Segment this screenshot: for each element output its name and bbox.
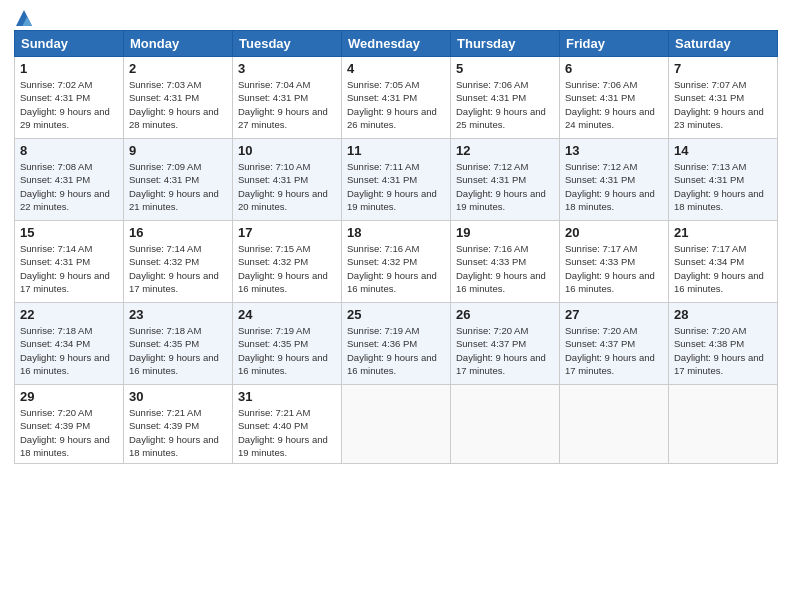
day-info: Sunrise: 7:14 AMSunset: 4:32 PMDaylight:… [129,242,227,295]
calendar-cell: 23Sunrise: 7:18 AMSunset: 4:35 PMDayligh… [124,303,233,385]
day-number: 23 [129,307,227,322]
day-header-saturday: Saturday [669,31,778,57]
day-info: Sunrise: 7:06 AMSunset: 4:31 PMDaylight:… [456,78,554,131]
calendar-cell: 5Sunrise: 7:06 AMSunset: 4:31 PMDaylight… [451,57,560,139]
calendar-cell [560,385,669,464]
day-info: Sunrise: 7:10 AMSunset: 4:31 PMDaylight:… [238,160,336,213]
day-info: Sunrise: 7:12 AMSunset: 4:31 PMDaylight:… [456,160,554,213]
calendar-cell [669,385,778,464]
day-info: Sunrise: 7:16 AMSunset: 4:32 PMDaylight:… [347,242,445,295]
day-info: Sunrise: 7:21 AMSunset: 4:39 PMDaylight:… [129,406,227,459]
week-row-3: 15Sunrise: 7:14 AMSunset: 4:31 PMDayligh… [15,221,778,303]
day-info: Sunrise: 7:20 AMSunset: 4:37 PMDaylight:… [456,324,554,377]
calendar-cell: 16Sunrise: 7:14 AMSunset: 4:32 PMDayligh… [124,221,233,303]
day-info: Sunrise: 7:20 AMSunset: 4:37 PMDaylight:… [565,324,663,377]
calendar-cell: 6Sunrise: 7:06 AMSunset: 4:31 PMDaylight… [560,57,669,139]
calendar-cell: 15Sunrise: 7:14 AMSunset: 4:31 PMDayligh… [15,221,124,303]
day-number: 26 [456,307,554,322]
day-number: 19 [456,225,554,240]
day-info: Sunrise: 7:19 AMSunset: 4:35 PMDaylight:… [238,324,336,377]
day-number: 9 [129,143,227,158]
day-header-thursday: Thursday [451,31,560,57]
day-info: Sunrise: 7:05 AMSunset: 4:31 PMDaylight:… [347,78,445,131]
calendar-cell: 28Sunrise: 7:20 AMSunset: 4:38 PMDayligh… [669,303,778,385]
day-info: Sunrise: 7:04 AMSunset: 4:31 PMDaylight:… [238,78,336,131]
day-info: Sunrise: 7:19 AMSunset: 4:36 PMDaylight:… [347,324,445,377]
calendar-cell [451,385,560,464]
day-info: Sunrise: 7:09 AMSunset: 4:31 PMDaylight:… [129,160,227,213]
calendar-cell: 9Sunrise: 7:09 AMSunset: 4:31 PMDaylight… [124,139,233,221]
calendar-cell: 7Sunrise: 7:07 AMSunset: 4:31 PMDaylight… [669,57,778,139]
day-number: 28 [674,307,772,322]
calendar-cell: 1Sunrise: 7:02 AMSunset: 4:31 PMDaylight… [15,57,124,139]
day-info: Sunrise: 7:17 AMSunset: 4:33 PMDaylight:… [565,242,663,295]
day-info: Sunrise: 7:02 AMSunset: 4:31 PMDaylight:… [20,78,118,131]
calendar-cell: 29Sunrise: 7:20 AMSunset: 4:39 PMDayligh… [15,385,124,464]
calendar-cell: 30Sunrise: 7:21 AMSunset: 4:39 PMDayligh… [124,385,233,464]
day-info: Sunrise: 7:20 AMSunset: 4:39 PMDaylight:… [20,406,118,459]
day-number: 17 [238,225,336,240]
day-info: Sunrise: 7:18 AMSunset: 4:35 PMDaylight:… [129,324,227,377]
calendar-cell: 26Sunrise: 7:20 AMSunset: 4:37 PMDayligh… [451,303,560,385]
calendar-cell: 24Sunrise: 7:19 AMSunset: 4:35 PMDayligh… [233,303,342,385]
day-number: 1 [20,61,118,76]
header [14,10,778,22]
day-info: Sunrise: 7:07 AMSunset: 4:31 PMDaylight:… [674,78,772,131]
day-number: 3 [238,61,336,76]
day-info: Sunrise: 7:12 AMSunset: 4:31 PMDaylight:… [565,160,663,213]
week-row-4: 22Sunrise: 7:18 AMSunset: 4:34 PMDayligh… [15,303,778,385]
day-header-wednesday: Wednesday [342,31,451,57]
day-number: 13 [565,143,663,158]
day-info: Sunrise: 7:15 AMSunset: 4:32 PMDaylight:… [238,242,336,295]
calendar-cell: 21Sunrise: 7:17 AMSunset: 4:34 PMDayligh… [669,221,778,303]
day-number: 18 [347,225,445,240]
day-info: Sunrise: 7:08 AMSunset: 4:31 PMDaylight:… [20,160,118,213]
calendar-cell: 2Sunrise: 7:03 AMSunset: 4:31 PMDaylight… [124,57,233,139]
day-info: Sunrise: 7:14 AMSunset: 4:31 PMDaylight:… [20,242,118,295]
day-number: 29 [20,389,118,404]
day-info: Sunrise: 7:13 AMSunset: 4:31 PMDaylight:… [674,160,772,213]
day-number: 8 [20,143,118,158]
calendar-cell: 10Sunrise: 7:10 AMSunset: 4:31 PMDayligh… [233,139,342,221]
logo [14,10,32,22]
day-number: 31 [238,389,336,404]
day-number: 24 [238,307,336,322]
calendar: SundayMondayTuesdayWednesdayThursdayFrid… [14,30,778,464]
day-number: 11 [347,143,445,158]
calendar-cell: 18Sunrise: 7:16 AMSunset: 4:32 PMDayligh… [342,221,451,303]
calendar-cell: 14Sunrise: 7:13 AMSunset: 4:31 PMDayligh… [669,139,778,221]
day-number: 10 [238,143,336,158]
logo-icon [16,10,32,26]
day-info: Sunrise: 7:11 AMSunset: 4:31 PMDaylight:… [347,160,445,213]
day-info: Sunrise: 7:18 AMSunset: 4:34 PMDaylight:… [20,324,118,377]
day-header-friday: Friday [560,31,669,57]
day-number: 12 [456,143,554,158]
calendar-cell: 8Sunrise: 7:08 AMSunset: 4:31 PMDaylight… [15,139,124,221]
day-header-monday: Monday [124,31,233,57]
day-number: 20 [565,225,663,240]
week-row-5: 29Sunrise: 7:20 AMSunset: 4:39 PMDayligh… [15,385,778,464]
calendar-cell: 17Sunrise: 7:15 AMSunset: 4:32 PMDayligh… [233,221,342,303]
day-number: 25 [347,307,445,322]
day-info: Sunrise: 7:21 AMSunset: 4:40 PMDaylight:… [238,406,336,459]
day-number: 4 [347,61,445,76]
day-number: 27 [565,307,663,322]
day-info: Sunrise: 7:03 AMSunset: 4:31 PMDaylight:… [129,78,227,131]
day-number: 6 [565,61,663,76]
calendar-cell: 13Sunrise: 7:12 AMSunset: 4:31 PMDayligh… [560,139,669,221]
day-number: 7 [674,61,772,76]
week-row-2: 8Sunrise: 7:08 AMSunset: 4:31 PMDaylight… [15,139,778,221]
calendar-cell: 12Sunrise: 7:12 AMSunset: 4:31 PMDayligh… [451,139,560,221]
calendar-cell: 31Sunrise: 7:21 AMSunset: 4:40 PMDayligh… [233,385,342,464]
calendar-cell: 3Sunrise: 7:04 AMSunset: 4:31 PMDaylight… [233,57,342,139]
day-info: Sunrise: 7:06 AMSunset: 4:31 PMDaylight:… [565,78,663,131]
day-header-sunday: Sunday [15,31,124,57]
calendar-cell: 11Sunrise: 7:11 AMSunset: 4:31 PMDayligh… [342,139,451,221]
day-info: Sunrise: 7:20 AMSunset: 4:38 PMDaylight:… [674,324,772,377]
calendar-cell: 22Sunrise: 7:18 AMSunset: 4:34 PMDayligh… [15,303,124,385]
day-number: 5 [456,61,554,76]
calendar-cell: 4Sunrise: 7:05 AMSunset: 4:31 PMDaylight… [342,57,451,139]
calendar-cell: 19Sunrise: 7:16 AMSunset: 4:33 PMDayligh… [451,221,560,303]
day-info: Sunrise: 7:17 AMSunset: 4:34 PMDaylight:… [674,242,772,295]
calendar-header-row: SundayMondayTuesdayWednesdayThursdayFrid… [15,31,778,57]
